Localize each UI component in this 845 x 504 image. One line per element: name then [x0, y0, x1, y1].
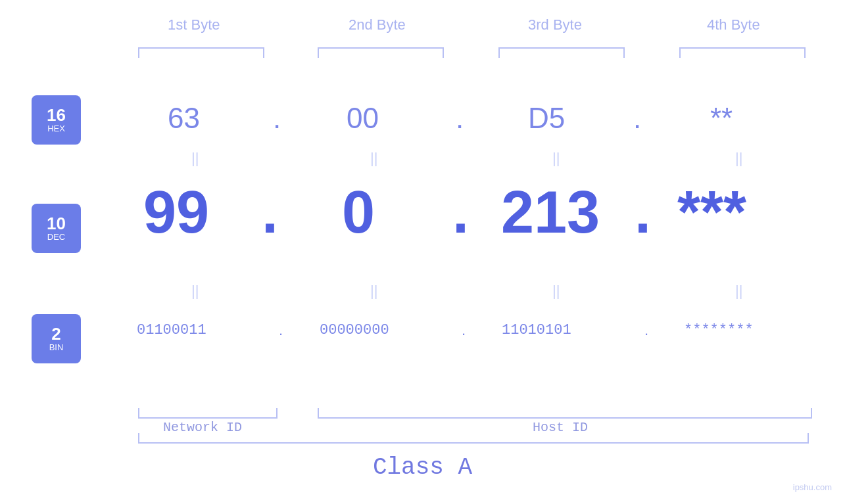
- dec-dot1: .: [262, 179, 278, 246]
- bracket-host-id: [318, 408, 812, 419]
- eq2-byte2: ||: [370, 283, 377, 300]
- dec-byte1: 99: [143, 179, 209, 246]
- eq1-byte1: ||: [191, 150, 199, 167]
- hex-badge: 16 HEX: [32, 95, 81, 145]
- hex-badge-label: HEX: [47, 124, 65, 133]
- dec-badge: 10 DEC: [32, 204, 81, 253]
- bin-badge-number: 2: [51, 325, 60, 342]
- hex-byte4: **: [710, 102, 733, 135]
- bracket-byte2-top: [318, 47, 444, 58]
- bin-byte2: 00000000: [320, 322, 389, 338]
- watermark: ipshu.com: [793, 482, 832, 492]
- eq2-byte3: ||: [552, 283, 560, 300]
- bracket-class-a: [138, 433, 809, 444]
- class-label: Class A: [373, 454, 472, 481]
- bracket-network-id: [138, 408, 278, 419]
- dec-dot3: .: [635, 179, 651, 246]
- hex-byte2: 00: [347, 102, 379, 135]
- dec-dot2: .: [452, 179, 469, 246]
- eq1-byte3: ||: [552, 150, 560, 167]
- bin-byte4: ********: [684, 322, 754, 338]
- hex-byte1: 63: [168, 102, 200, 135]
- bin-badge: 2 BIN: [32, 314, 81, 363]
- bin-dot1: .: [279, 322, 283, 339]
- dec-byte4: ***: [677, 179, 746, 246]
- dec-badge-number: 10: [47, 215, 66, 232]
- bin-byte3: 11010101: [502, 322, 571, 338]
- bin-dot3: .: [644, 322, 648, 339]
- bracket-byte1-top: [138, 47, 264, 58]
- bin-byte1: 01100011: [137, 322, 206, 338]
- eq1-byte2: ||: [370, 150, 377, 167]
- ip-diagram: 1st Byte 2nd Byte 3rd Byte 4th Byte 16 H…: [0, 0, 845, 504]
- hex-dot2: .: [456, 102, 464, 135]
- hex-dot3: .: [633, 102, 641, 135]
- byte1-header: 1st Byte: [168, 16, 220, 34]
- byte3-header: 3rd Byte: [528, 16, 582, 34]
- dec-byte2: 0: [342, 179, 375, 246]
- dec-byte3: 213: [501, 179, 600, 246]
- byte2-header: 2nd Byte: [349, 16, 406, 34]
- eq2-byte4: ||: [735, 283, 742, 300]
- bracket-byte4-top: [679, 47, 806, 58]
- dec-badge-label: DEC: [47, 232, 65, 242]
- hex-byte3: D5: [528, 102, 565, 135]
- hex-dot1: .: [273, 102, 281, 135]
- bin-badge-label: BIN: [49, 342, 64, 352]
- eq2-byte1: ||: [191, 283, 199, 300]
- byte4-header: 4th Byte: [707, 16, 760, 34]
- bin-dot2: .: [462, 322, 466, 339]
- bracket-byte3-top: [498, 47, 625, 58]
- hex-badge-number: 16: [47, 106, 66, 124]
- eq1-byte4: ||: [735, 150, 742, 167]
